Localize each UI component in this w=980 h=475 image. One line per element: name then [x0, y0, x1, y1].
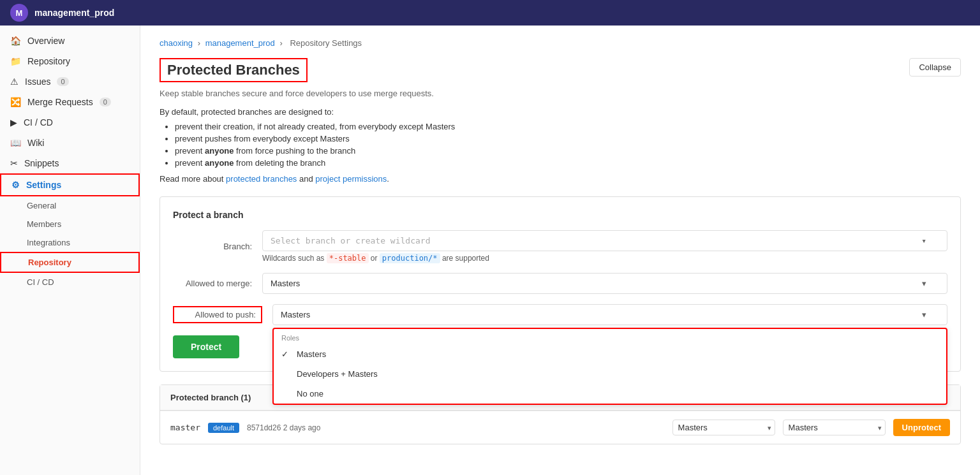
push-dropdown: Roles ✓ Masters ✓ Developers + Masters ✓…	[272, 328, 947, 405]
push-value: Masters	[281, 310, 310, 319]
merge-label: Allowed to merge:	[173, 279, 262, 288]
protect-form: Protect a branch Branch: Select branch o…	[160, 196, 961, 372]
check-icon: ✓	[281, 349, 292, 359]
sidebar-sub-cicd[interactable]: CI / CD	[0, 273, 140, 291]
ci-icon: ▶	[10, 117, 17, 128]
push-label: Allowed to push:	[173, 306, 262, 323]
sidebar-item-label: Overview	[27, 36, 64, 46]
dropdown-section-label: Roles	[274, 329, 946, 344]
branch-label: Branch:	[173, 242, 262, 251]
wildcard-hint: Wildcards such as *-stable or production…	[262, 254, 947, 263]
sidebar-item-label: CI / CD	[24, 117, 53, 128]
main-content: chaoxing › management_prod › Repository …	[140, 26, 980, 475]
merge-control: Masters ▾	[262, 273, 947, 294]
page-title: Protected Branches	[167, 62, 300, 78]
push-arrow-icon: ▾	[922, 310, 926, 319]
gear-icon: ⚙	[11, 180, 20, 190]
sidebar-item-label: Issues	[25, 77, 50, 87]
breadcrumb-org[interactable]: chaoxing	[160, 38, 193, 48]
page-header: Protected Branches Collapse	[160, 58, 961, 82]
issues-icon: ⚠	[10, 77, 19, 87]
branch-merge-select[interactable]: Masters Developers + Masters No one	[672, 420, 775, 435]
sidebar-item-label: Wiki	[27, 138, 44, 148]
wildcard-example2: production/*	[380, 253, 440, 263]
sidebar-item-settings[interactable]: ⚙ Settings	[0, 173, 140, 196]
merge-icon: 🔀	[10, 97, 21, 107]
sidebar-item-label: Snippets	[24, 158, 59, 168]
sidebar-item-wiki[interactable]: 📖 Wiki	[0, 133, 140, 153]
info-read-more: Read more about protected branches and p…	[160, 174, 961, 184]
project-permissions-link[interactable]: project permissions	[315, 174, 387, 184]
branch-arrow-icon: ▾	[921, 236, 926, 245]
wildcard-example1: *-stable	[327, 253, 369, 263]
sidebar-item-issues[interactable]: ⚠ Issues 0	[0, 71, 140, 92]
info-list: prevent their creation, if not already c…	[160, 122, 961, 168]
push-select-wrap: Masters Developers + Masters No one	[783, 420, 886, 435]
info-section: By default, protected branches are desig…	[160, 107, 961, 184]
branch-name: master	[170, 423, 200, 432]
book-icon: 📁	[10, 56, 21, 66]
info-bullet-3: prevent anyone from force pushing to the…	[175, 146, 961, 156]
branch-commit: 8571dd26 2 days ago	[247, 423, 665, 432]
unprotect-button[interactable]: Unprotect	[893, 419, 950, 436]
sidebar-item-label: Merge Requests	[27, 97, 93, 107]
table-row: master default 8571dd26 2 days ago Maste…	[160, 411, 960, 444]
project-title: management_prod	[34, 8, 114, 18]
snippets-icon: ✂	[10, 158, 18, 168]
protected-branches-link[interactable]: protected branches	[226, 174, 297, 184]
sidebar-sub-members[interactable]: Members	[0, 215, 140, 233]
dropdown-item-label: Masters	[297, 349, 326, 359]
dropdown-item-no-one[interactable]: ✓ No one	[274, 384, 946, 404]
sidebar-item-overview[interactable]: 🏠 Overview	[0, 31, 140, 51]
sidebar-sub-integrations[interactable]: Integrations	[0, 233, 140, 252]
dropdown-item-developers-masters[interactable]: ✓ Developers + Masters	[274, 364, 946, 384]
branch-push-select[interactable]: Masters Developers + Masters No one	[783, 420, 886, 435]
sidebar-item-label: Settings	[26, 180, 61, 190]
merge-value: Masters	[271, 279, 300, 288]
sidebar-sub-general[interactable]: General	[0, 196, 140, 215]
push-select-box[interactable]: Masters ▾	[272, 304, 947, 325]
branch-select-box[interactable]: Select branch or create wildcard ▾	[262, 230, 947, 251]
push-row: Allowed to push: Masters ▾ Roles ✓ Maste…	[173, 304, 947, 325]
breadcrumb-current: Repository Settings	[290, 38, 362, 48]
sidebar: 🏠 Overview 📁 Repository ⚠ Issues 0 🔀 Mer…	[0, 26, 140, 475]
push-control: Masters ▾ Roles ✓ Masters ✓ Developers +…	[272, 304, 947, 325]
dropdown-item-masters[interactable]: ✓ Masters	[274, 344, 946, 364]
dropdown-item-label: Developers + Masters	[297, 369, 378, 379]
sidebar-item-cicd[interactable]: ▶ CI / CD	[0, 112, 140, 133]
sidebar-item-snippets[interactable]: ✂ Snippets	[0, 153, 140, 173]
sidebar-item-repository[interactable]: 📁 Repository	[0, 51, 140, 71]
sidebar-item-merge-requests[interactable]: 🔀 Merge Requests 0	[0, 92, 140, 112]
branch-control: Select branch or create wildcard ▾ Wildc…	[262, 230, 947, 263]
avatar: M	[10, 4, 28, 22]
branch-default-badge: default	[208, 423, 239, 433]
wiki-icon: 📖	[10, 138, 21, 148]
issues-badge: 0	[57, 77, 68, 86]
protect-button[interactable]: Protect	[173, 335, 239, 358]
sidebar-sub-repository[interactable]: Repository	[0, 252, 140, 273]
merge-row: Allowed to merge: Masters ▾	[173, 273, 947, 294]
merge-badge: 0	[100, 98, 111, 106]
page-title-box: Protected Branches	[160, 58, 308, 82]
info-bullet-4: prevent anyone from deleting the branch	[175, 158, 961, 168]
breadcrumb-project[interactable]: management_prod	[205, 38, 275, 48]
dropdown-item-label: No one	[297, 389, 323, 398]
info-bullet-1: prevent their creation, if not already c…	[175, 122, 961, 131]
collapse-button[interactable]: Collapse	[909, 58, 961, 77]
info-intro: By default, protected branches are desig…	[160, 107, 961, 117]
info-bullet-2: prevent pushes from everybody except Mas…	[175, 134, 961, 143]
merge-select-wrap: Masters Developers + Masters No one	[672, 420, 775, 435]
home-icon: 🏠	[10, 36, 21, 46]
protect-form-title: Protect a branch	[173, 210, 947, 220]
merge-select-box[interactable]: Masters ▾	[262, 273, 947, 294]
breadcrumb: chaoxing › management_prod › Repository …	[160, 38, 961, 48]
page-subtitle: Keep stable branches secure and force de…	[160, 89, 961, 98]
sidebar-item-label: Repository	[27, 56, 70, 66]
branch-row: Branch: Select branch or create wildcard…	[173, 230, 947, 263]
branch-placeholder: Select branch or create wildcard	[271, 236, 430, 245]
merge-arrow-icon: ▾	[922, 279, 926, 288]
